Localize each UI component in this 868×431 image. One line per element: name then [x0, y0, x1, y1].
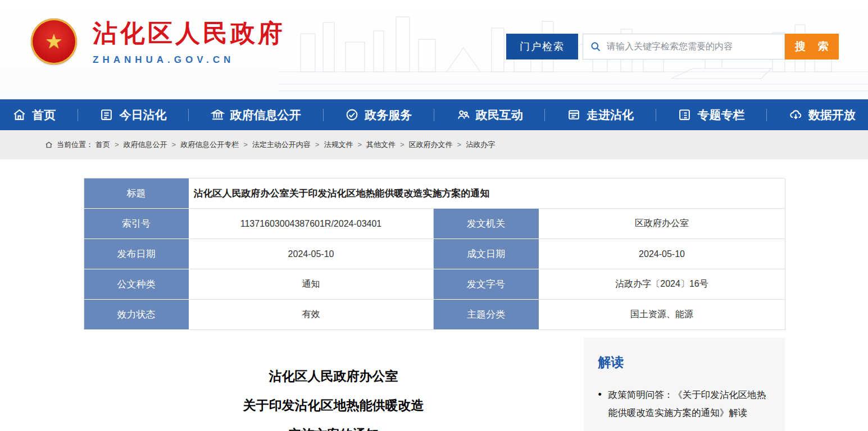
meta-label-publish-date: 发布日期: [84, 239, 189, 269]
interpretation-heading: 解读: [598, 354, 770, 371]
nav-label: 首页: [32, 107, 56, 123]
interpretation-link-text: 政策简明问答：《关于印发沾化区地热能供暖改造实施方案的通知》解读: [608, 386, 770, 421]
meta-label-validity: 效力状态: [84, 300, 189, 330]
meta-value-doc-type: 通知: [189, 269, 434, 300]
nav-item-open-data[interactable]: 数据开放: [789, 107, 856, 123]
list-icon: [678, 108, 692, 122]
article-title-line: 关于印发沾化区地热能供暖改造: [84, 391, 584, 420]
breadcrumb-prefix: 当前位置：: [57, 140, 93, 150]
meta-label-doc-number: 发文字号: [434, 269, 539, 300]
meta-value-index: 11371603004387601R/2024-03401: [189, 209, 434, 239]
star-icon: ★: [45, 31, 63, 52]
cloud-download-icon: [789, 108, 803, 122]
site-header: ★ 沾化区人民政府 ZHANHUA.GOV.CN 门户检索 搜 索: [0, 0, 868, 99]
nav-label: 政府信息公开: [230, 107, 301, 123]
people-chat-icon: [456, 108, 470, 122]
nav-label: 走进沾化: [587, 107, 634, 123]
meta-value-title: 沾化区人民政府办公室关于印发沾化区地热能供暖改造实施方案的通知: [189, 178, 785, 209]
nav-divider: [434, 109, 434, 121]
breadcrumb-item-other-docs[interactable]: 其他文件: [366, 140, 409, 150]
handshake-icon: [345, 108, 359, 122]
news-icon: [99, 108, 113, 122]
search-area: 门户检索 搜 索: [506, 34, 839, 59]
bullet-icon: •: [598, 386, 602, 421]
search-icon: [590, 41, 601, 52]
search-box: [583, 34, 785, 59]
home-icon: [12, 108, 26, 122]
nav-label: 政务服务: [365, 107, 412, 123]
nav-item-topics[interactable]: 专题专栏: [678, 107, 744, 123]
meta-value-doc-number: 沾政办字〔2024〕16号: [539, 269, 785, 300]
site-title-block: 沾化区人民政府 ZHANHUA.GOV.CN: [93, 17, 285, 66]
nav-item-gov-info[interactable]: 政府信息公开: [211, 107, 301, 123]
breadcrumb-item-gov-info-column[interactable]: 政府信息公开专栏: [180, 140, 252, 150]
site-domain: ZHANHUA.GOV.CN: [93, 54, 285, 66]
meta-label-doc-type: 公文种类: [84, 269, 189, 300]
meta-value-written-date: 2024-05-10: [539, 239, 785, 269]
site-logo[interactable]: ★ 沾化区人民政府 ZHANHUA.GOV.CN: [31, 17, 285, 66]
article-title-line: 实施方案的通知: [84, 420, 584, 431]
article-title-line: 沾化区人民政府办公室: [84, 361, 584, 391]
nav-item-today[interactable]: 今日沾化: [99, 107, 166, 123]
main-nav: 首页 今日沾化 政府信息公开 政务服务 政民互动 走进沾化 专题专栏 数据开放: [0, 99, 868, 130]
meta-label-written-date: 成文日期: [434, 239, 539, 269]
interpretation-sidebar: 解读 • 政策简明问答：《关于印发沾化区地热能供暖改造实施方案的通知》解读: [584, 338, 785, 431]
nav-divider: [544, 109, 545, 121]
interpretation-link[interactable]: • 政策简明问答：《关于印发沾化区地热能供暖改造实施方案的通知》解读: [598, 386, 770, 421]
nav-divider: [766, 109, 767, 121]
document-meta-table: 标题 沾化区人民政府办公室关于印发沾化区地热能供暖改造实施方案的通知 索引号 1…: [84, 178, 785, 330]
breadcrumb-home-icon: [45, 141, 53, 149]
breadcrumb: 当前位置： 首页 政府信息公开 政府信息公开专栏 法定主动公开内容 法规文件 其…: [0, 130, 868, 159]
nav-divider: [323, 109, 324, 121]
meta-value-publish-date: 2024-05-10: [189, 239, 434, 269]
breadcrumb-item-statutory[interactable]: 法定主动公开内容: [252, 140, 324, 150]
breadcrumb-item-district-docs[interactable]: 区政府办文件: [409, 140, 466, 150]
breadcrumb-item-home[interactable]: 首页: [96, 140, 124, 150]
search-submit-button[interactable]: 搜 索: [785, 34, 839, 59]
site-name: 沾化区人民政府: [93, 17, 285, 50]
meta-label-subject: 主题分类: [434, 300, 539, 330]
meta-label-index: 索引号: [84, 209, 189, 239]
nav-label: 政民互动: [476, 107, 523, 123]
meta-label-issuer: 发文机关: [434, 209, 539, 239]
meta-value-validity: 有效: [189, 300, 434, 330]
meta-value-subject: 国土资源、能源: [539, 300, 785, 330]
search-input[interactable]: [607, 42, 778, 52]
article-body: 沾化区人民政府办公室 关于印发沾化区地热能供暖改造 实施方案的通知: [84, 338, 584, 431]
breadcrumb-item-regulations[interactable]: 法规文件: [324, 140, 366, 150]
national-emblem-icon: ★: [31, 19, 77, 65]
card-icon: [567, 108, 581, 122]
nav-item-services[interactable]: 政务服务: [345, 107, 412, 123]
nav-item-about[interactable]: 走进沾化: [567, 107, 634, 123]
breadcrumb-item-current: 沾政办字: [466, 140, 495, 150]
nav-label: 数据开放: [808, 107, 856, 123]
nav-item-interaction[interactable]: 政民互动: [456, 107, 523, 123]
nav-divider: [656, 109, 656, 121]
nav-divider: [78, 109, 78, 121]
nav-divider: [188, 109, 189, 121]
breadcrumb-item-gov-info[interactable]: 政府信息公开: [124, 140, 181, 150]
nav-label: 今日沾化: [119, 107, 166, 123]
meta-label-title: 标题: [84, 178, 189, 209]
bank-icon: [211, 108, 225, 122]
nav-item-home[interactable]: 首页: [12, 107, 56, 123]
nav-label: 专题专栏: [697, 107, 744, 123]
meta-value-issuer: 区政府办公室: [539, 209, 785, 239]
portal-search-button[interactable]: 门户检索: [506, 34, 578, 59]
